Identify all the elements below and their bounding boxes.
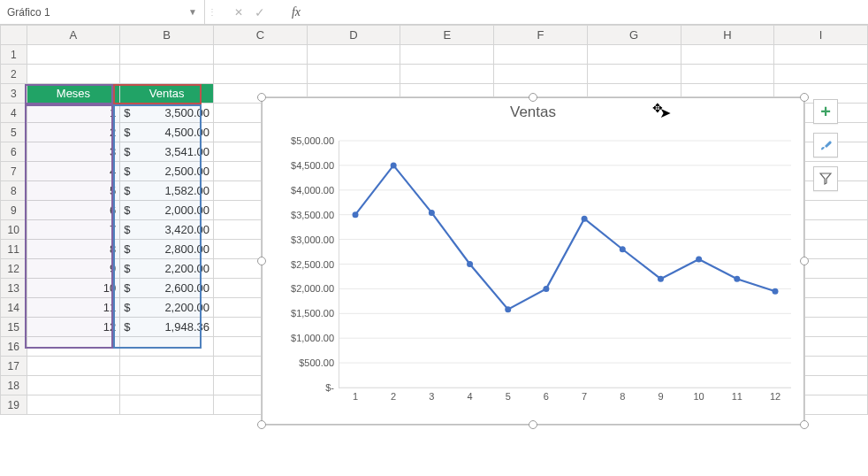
cell[interactable]: $2,800.00 — [120, 240, 214, 259]
cell[interactable]: 6 — [27, 201, 120, 220]
cell[interactable]: 8 — [27, 240, 120, 259]
cell[interactable]: $1,582.00 — [120, 181, 214, 201]
cell[interactable] — [400, 65, 494, 84]
cell[interactable]: 10 — [27, 279, 120, 298]
cell[interactable]: $2,200.00 — [120, 298, 214, 318]
chart-elements-button[interactable]: + — [813, 99, 838, 124]
name-box[interactable]: Gráfico 1 ▼ — [0, 0, 205, 24]
row-header[interactable]: 7 — [1, 162, 27, 181]
cell[interactable] — [681, 45, 774, 65]
cell[interactable]: 3 — [27, 142, 120, 162]
cell[interactable] — [27, 395, 120, 415]
row-header[interactable]: 1 — [1, 45, 27, 65]
resize-handle[interactable] — [529, 420, 537, 429]
formula-input[interactable] — [316, 0, 868, 24]
row-header[interactable]: 6 — [1, 142, 27, 162]
cell[interactable]: $2,200.00 — [120, 259, 214, 279]
select-all-corner[interactable] — [1, 26, 27, 45]
row-header[interactable]: 5 — [1, 123, 27, 142]
chart-styles-button[interactable] — [813, 133, 838, 157]
cell[interactable] — [587, 45, 681, 65]
cell[interactable] — [27, 45, 120, 65]
row-header[interactable]: 17 — [1, 357, 27, 376]
col-header[interactable]: A — [27, 26, 120, 45]
cell[interactable] — [120, 357, 214, 376]
cell[interactable]: $2,600.00 — [120, 279, 214, 298]
cell[interactable] — [587, 65, 681, 84]
cell[interactable] — [400, 45, 494, 65]
cell[interactable] — [307, 65, 400, 84]
cell[interactable] — [27, 65, 120, 84]
row-header[interactable]: 3 — [1, 84, 27, 104]
row-header[interactable]: 8 — [1, 181, 27, 201]
name-box-dropdown-icon[interactable]: ▼ — [183, 7, 197, 17]
row-header[interactable]: 2 — [1, 65, 27, 84]
cell[interactable]: 5 — [27, 181, 120, 201]
cell[interactable]: 11 — [27, 298, 120, 318]
col-header[interactable]: E — [400, 26, 494, 45]
col-header[interactable]: B — [120, 26, 214, 45]
cell[interactable]: 12 — [27, 318, 120, 337]
cell[interactable]: $1,948.36 — [120, 318, 214, 337]
col-header[interactable]: H — [681, 26, 774, 45]
cell[interactable] — [120, 45, 214, 65]
cell[interactable] — [120, 395, 214, 415]
cell[interactable] — [27, 337, 120, 357]
cell[interactable]: Meses — [27, 84, 120, 104]
cell[interactable]: 9 — [27, 259, 120, 279]
col-header[interactable]: F — [494, 26, 588, 45]
resize-handle[interactable] — [257, 93, 266, 102]
cancel-icon[interactable]: ✕ — [230, 6, 247, 19]
plot-area[interactable]: $5,000.00$4,500.00$4,000.00$3,500.00$3,0… — [339, 141, 791, 388]
cell[interactable]: 1 — [27, 104, 120, 123]
col-header[interactable]: G — [587, 26, 681, 45]
cell[interactable] — [27, 357, 120, 376]
row-header[interactable]: 12 — [1, 259, 27, 279]
resize-handle[interactable] — [257, 257, 266, 265]
cell[interactable] — [681, 65, 774, 84]
cell[interactable] — [27, 376, 120, 395]
chart-filter-button[interactable] — [813, 166, 838, 191]
resize-handle[interactable] — [257, 420, 266, 429]
cell[interactable] — [214, 45, 308, 65]
row-header[interactable]: 16 — [1, 337, 27, 357]
cell[interactable]: 2 — [27, 123, 120, 142]
cell[interactable]: 7 — [27, 220, 120, 240]
row-header[interactable]: 11 — [1, 240, 27, 259]
cell[interactable]: $3,541.00 — [120, 142, 214, 162]
row-header[interactable]: 13 — [1, 279, 27, 298]
row-header[interactable]: 15 — [1, 318, 27, 337]
fx-icon[interactable]: fx — [287, 5, 305, 19]
cell[interactable] — [774, 65, 868, 84]
chart-title[interactable]: Ventas — [263, 98, 803, 123]
cell[interactable]: $3,500.00 — [120, 104, 214, 123]
row-header[interactable]: 14 — [1, 298, 27, 318]
cell[interactable]: 4 — [27, 162, 120, 181]
cell[interactable]: $2,000.00 — [120, 201, 214, 220]
cell[interactable] — [214, 65, 308, 84]
resize-handle[interactable] — [800, 257, 809, 265]
col-header[interactable]: I — [774, 26, 868, 45]
cell[interactable]: $3,420.00 — [120, 220, 214, 240]
cell[interactable] — [120, 376, 214, 395]
cell[interactable] — [120, 65, 214, 84]
resize-handle[interactable] — [529, 93, 537, 102]
row-header[interactable]: 9 — [1, 201, 27, 220]
cell[interactable] — [774, 45, 868, 65]
resize-handle[interactable] — [800, 93, 809, 102]
chart-object[interactable]: Ventas $5,000.00$4,500.00$4,000.00$3,500… — [262, 97, 804, 425]
cell[interactable] — [120, 337, 214, 357]
resize-handle[interactable] — [800, 420, 809, 429]
cell[interactable] — [494, 45, 588, 65]
cell[interactable] — [494, 65, 588, 84]
col-header[interactable]: C — [214, 26, 308, 45]
row-header[interactable]: 4 — [1, 104, 27, 123]
row-header[interactable]: 19 — [1, 395, 27, 415]
row-header[interactable]: 18 — [1, 376, 27, 395]
cell[interactable] — [307, 45, 400, 65]
cell[interactable]: $4,500.00 — [120, 123, 214, 142]
row-header[interactable]: 10 — [1, 220, 27, 240]
cell[interactable]: $2,500.00 — [120, 162, 214, 181]
accept-icon[interactable]: ✓ — [251, 5, 269, 19]
cell[interactable]: Ventas — [120, 84, 214, 104]
